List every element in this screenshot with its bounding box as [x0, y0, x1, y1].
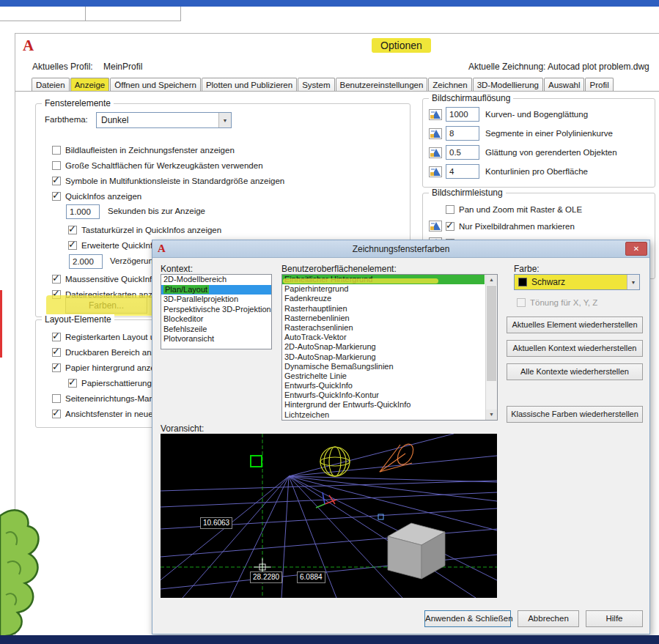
scrollbar-thumb[interactable] — [487, 286, 496, 381]
options-tab[interactable]: Auswahl — [544, 78, 584, 92]
element-list-item[interactable]: Fadenkreuze — [282, 294, 485, 303]
chevron-down-icon[interactable]: ▼ — [218, 113, 231, 127]
color-preview-canvas[interactable]: 10.6063 28.2280 6.0884 — [161, 434, 497, 598]
farbe-dropdown[interactable]: Schwarz ▼ — [514, 274, 640, 290]
context-list-item[interactable]: Plotvoransicht — [161, 334, 271, 344]
checkbox[interactable] — [446, 205, 454, 214]
checkbox[interactable] — [446, 222, 454, 231]
restore-classic-colors-button[interactable]: Klassische Farben wiederherstellen — [507, 406, 643, 423]
checkbox[interactable] — [52, 394, 61, 403]
options-tab[interactable]: Plotten und Publizieren — [202, 78, 297, 92]
scroll-down-icon[interactable]: ▼ — [486, 410, 497, 420]
element-list-item[interactable]: Dynamische Bemaßungslinien — [282, 362, 485, 371]
checkbox[interactable] — [52, 161, 61, 170]
context-list-item[interactable]: Plan/Layout — [161, 285, 271, 295]
checkbox[interactable] — [52, 363, 61, 372]
resolution-input[interactable]: 1000 — [446, 107, 479, 122]
close-button[interactable]: ✕ — [625, 242, 647, 256]
dialog-title: Zeichnungsfensterfarben — [152, 240, 649, 258]
context-list-item[interactable]: 3D-Parallelprojektion — [161, 295, 271, 305]
resolution-label: Glättung von gerenderten Objekten — [485, 148, 617, 157]
gray-cube — [388, 523, 445, 579]
element-list-item[interactable]: 3D-AutoSnap-Markierung — [282, 352, 485, 362]
element-item-label: Rasterachsenlinien — [284, 323, 353, 332]
context-list-item[interactable]: Blockeditor — [161, 314, 271, 325]
context-list-item[interactable]: 2D-Modellbereich — [161, 275, 271, 285]
checkbox[interactable] — [68, 241, 77, 250]
checkbox[interactable] — [52, 275, 61, 284]
element-list-item[interactable]: 2D-AutoSnap-Markierung — [282, 342, 485, 352]
options-tab[interactable]: Öffnen und Speichern — [110, 78, 201, 92]
checkbox[interactable] — [52, 333, 61, 341]
help-button[interactable]: Hilfe — [586, 610, 643, 627]
farbthema-dropdown[interactable]: Dunkel ▼ — [96, 112, 232, 128]
restore-all-contexts-button[interactable]: Alle Kontexte wiederherstellen — [507, 363, 643, 380]
element-list-item[interactable]: Entwurfs-QuickInfo — [282, 381, 485, 391]
performance-row: Nur Pixelbildrahmen markieren — [423, 218, 656, 234]
display-setting-icon — [429, 221, 442, 232]
resolution-input[interactable]: 4 — [446, 164, 479, 179]
options-tab[interactable]: 3D-Modellierung — [473, 78, 543, 92]
context-item-label: Befehlszeile — [163, 325, 207, 333]
resolution-row: 4 Konturlinien pro Oberfläche — [423, 162, 656, 181]
element-item-label: Rasterhauptlinien — [284, 304, 347, 313]
resolution-row: 1000 Kurven- und Bogenglättung — [423, 105, 656, 124]
element-list-item[interactable]: Papierhintergrund — [282, 284, 485, 294]
options-tab[interactable]: Benutzereinstellungen — [336, 78, 428, 92]
apply-close-button[interactable]: Anwenden & Schließen — [424, 610, 511, 627]
element-list-item[interactable]: Rasterhauptlinien — [282, 304, 485, 314]
restore-current-element-button[interactable]: Aktuelles Element wiederherstellen — [507, 317, 643, 333]
verzoegerung-input[interactable]: 2.000 — [69, 254, 103, 269]
tabstrip-divider — [15, 91, 659, 92]
resolution-input[interactable]: 8 — [446, 126, 479, 141]
farben-button[interactable]: Farben... — [65, 297, 147, 314]
element-list-item[interactable]: Lichtzeichen — [282, 410, 485, 420]
sekunden-input[interactable]: 1.000 — [66, 204, 100, 219]
element-list-item[interactable]: Einheitlicher Hintergrund — [282, 275, 485, 284]
cancel-button[interactable]: Abbrechen — [518, 610, 579, 627]
verzoegerung-label: Verzögerung — [110, 256, 158, 265]
element-list-item[interactable]: Rasternebenlinien — [282, 314, 485, 323]
checkbox[interactable] — [68, 226, 77, 234]
chevron-down-icon[interactable]: ▼ — [627, 275, 639, 289]
dialog-titlebar[interactable]: Zeichnungsfensterfarben — [152, 240, 649, 258]
spotlight-cone-icon — [380, 442, 416, 472]
options-tab[interactable]: Zeichnen — [428, 78, 471, 92]
context-list-item[interactable]: Befehlszeile — [161, 325, 271, 335]
checkbox[interactable] — [52, 146, 61, 155]
element-list-item[interactable]: Hintergrund der Entwurfs-QuickInfo — [282, 400, 485, 410]
resolution-input[interactable]: 0.5 — [446, 145, 479, 160]
options-tab[interactable]: System — [298, 78, 334, 92]
context-listbox[interactable]: 2D-Modellbereich Plan/Layout 3D-Parallel… — [161, 274, 272, 349]
coordinate-readout: 6.0884 — [297, 571, 325, 583]
options-tab[interactable]: Dateien — [32, 78, 70, 92]
element-list-item[interactable]: Rasterachsenlinien — [282, 323, 485, 333]
interface-element-listbox[interactable]: ▲ ▼ Einheitlicher Hintergrund Papierhint… — [281, 274, 498, 421]
element-list-item[interactable]: Gestrichelte Linie — [282, 371, 485, 381]
checkbox[interactable] — [52, 348, 61, 357]
checkbox[interactable] — [52, 410, 61, 418]
element-list-item[interactable]: AutoTrack-Vektor — [282, 333, 485, 342]
group-title: Bildschirmauflösung — [429, 93, 513, 103]
resolution-label: Kurven- und Bogenglättung — [485, 110, 588, 119]
checkbox[interactable] — [52, 177, 61, 185]
context-list-item[interactable]: Perspektivische 3D-Projektion — [161, 305, 271, 315]
context-item-label: Perspektivische 3D-Projektion — [163, 305, 271, 314]
display-setting-icon — [429, 147, 442, 158]
checkbox[interactable] — [52, 192, 61, 201]
options-tab[interactable]: Profil — [585, 78, 613, 92]
taskbar[interactable] — [0, 635, 659, 644]
element-item-label: Fadenkreuze — [284, 294, 331, 303]
current-profile-label: Aktuelles Profil: — [32, 62, 93, 72]
options-tab[interactable]: Anzeige — [70, 78, 110, 92]
checkbox-label: Maussensitive QuickInfos — [65, 275, 161, 284]
element-list-item[interactable]: Entwurfs-QuickInfo-Kontur — [282, 391, 485, 400]
checkbox-label: Nur Pixelbildrahmen markieren — [459, 222, 575, 231]
scroll-up-icon[interactable]: ▲ — [486, 275, 497, 285]
current-profile-value: MeinProfil — [103, 62, 142, 72]
restore-current-context-button[interactable]: Aktuellen Kontext wiederherstellen — [507, 340, 643, 357]
farbthema-label: Farbthema: — [45, 115, 88, 124]
checkbox[interactable] — [68, 379, 77, 388]
scrollbar[interactable]: ▲ ▼ — [485, 275, 497, 420]
checkbox[interactable] — [52, 290, 61, 299]
